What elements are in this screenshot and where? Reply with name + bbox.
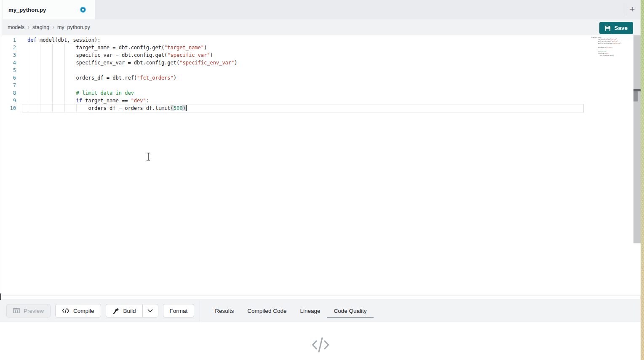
minimap-content: def model(dbt, session): target_name = d… (589, 36, 595, 57)
code-token: # limit data in dev (591, 51, 607, 53)
save-button[interactable]: Save (599, 22, 633, 34)
minimap[interactable]: def model(dbt, session): target_name = d… (589, 36, 630, 95)
code-line[interactable]: 3 specific_var = dbt.config.get("specifi… (0, 51, 641, 59)
tab-my-python-py[interactable]: my_python.py (3, 0, 95, 19)
new-tab-button[interactable]: + (627, 4, 638, 15)
tab-bar-divider (626, 3, 626, 16)
code-icon (62, 308, 69, 313)
scrollbar-thumb[interactable] (633, 91, 638, 101)
code-token: orders_df = dbt.ref( (591, 47, 607, 48)
desktop-background-strip (641, 0, 644, 360)
chevron-right-icon: › (49, 24, 57, 30)
code-token: model(dbt, session): (592, 37, 601, 38)
code-line[interactable]: 5 (0, 67, 641, 74)
pane-resize-handle[interactable] (0, 293, 1, 300)
code-icon (311, 336, 330, 360)
tab-lineage[interactable]: Lineage (293, 299, 327, 323)
code-token: ) (182, 105, 185, 111)
build-options-dropdown[interactable] (143, 304, 158, 317)
line-number: 3 (0, 51, 16, 59)
editor-scrollbar[interactable] (633, 35, 641, 243)
breadcrumb-staging[interactable]: staging (32, 24, 49, 30)
code-token: 500 (174, 105, 183, 111)
code-line[interactable]: orders_df = orders_df.limit(500) (589, 55, 595, 57)
toolbar-divider (200, 300, 200, 321)
code-text: orders_df = dbt.ref("fct_orders") (16, 74, 176, 82)
compile-button[interactable]: Compile (55, 304, 101, 317)
code-line[interactable]: 7 (0, 82, 641, 89)
chevron-down-icon (147, 309, 153, 312)
code-token: "fct_orders" (137, 75, 174, 81)
code-token: target_name == (599, 53, 606, 54)
hammer-icon (112, 307, 120, 315)
code-token: ) (612, 47, 612, 48)
code-line[interactable]: 2 target_name = dbt.config.get("target_n… (0, 44, 641, 51)
editor-tab-bar: my_python.py + (0, 0, 640, 19)
code-token: # limit data in dev (27, 90, 134, 96)
code-lines: 1def model(dbt, session):2 target_name =… (0, 36, 641, 112)
code-token: ) (613, 55, 614, 56)
ide-window: my_python.py + models › staging › my_pyt… (0, 0, 641, 360)
table-grid-icon (13, 308, 20, 314)
breadcrumb-models[interactable]: models (8, 24, 24, 30)
code-token: ) (617, 38, 617, 40)
code-line[interactable]: 1def model(dbt, session): (0, 36, 641, 44)
code-text: orders_df = orders_df.limit(500) (589, 55, 614, 57)
line-number: 5 (0, 67, 16, 74)
text-cursor-pointer (146, 152, 151, 161)
build-button-group: Build (106, 304, 158, 317)
save-floppy-icon (605, 25, 611, 31)
result-panel-tabs: Results Compiled Code Lineage Code Quali… (208, 299, 373, 323)
line-number: 6 (0, 74, 16, 82)
code-token: ) (234, 60, 237, 66)
line-number: 1 (0, 36, 16, 44)
line-number: 2 (0, 44, 16, 51)
code-token: if (76, 98, 82, 104)
preview-button[interactable]: Preview (6, 304, 51, 317)
code-line[interactable]: 9 if target_name == "dev": (0, 97, 641, 104)
code-line[interactable]: 10 orders_df = orders_df.limit(500) (0, 104, 641, 112)
line-number: 9 (0, 97, 16, 104)
code-token: : (146, 98, 149, 104)
bottom-toolbar: Preview Compile (0, 299, 641, 322)
compile-button-label: Compile (73, 308, 94, 314)
code-token: : (608, 53, 609, 54)
code-line[interactable]: 4 specific_env_var = dbt.config.get("spe… (0, 59, 641, 67)
code-text: target_name = dbt.config.get("target_nam… (16, 44, 207, 51)
code-editor[interactable]: 1def model(dbt, session):2 target_name =… (0, 35, 641, 296)
code-token: "specific_env_var" (179, 60, 234, 66)
line-number: 4 (0, 59, 16, 67)
code-line[interactable]: 6 orders_df = dbt.ref("fct_orders") (0, 74, 641, 82)
code-token: specific_var = dbt.config.get( (591, 40, 611, 42)
tab-title: my_python.py (3, 7, 46, 13)
build-button[interactable]: Build (106, 304, 143, 317)
code-token: "specific_var" (611, 40, 617, 42)
code-token: "specific_env_var" (613, 43, 621, 44)
code-line[interactable]: 8 # limit data in dev (0, 89, 641, 97)
code-token: orders_df = orders_df.limit (27, 105, 171, 111)
tab-compiled-code[interactable]: Compiled Code (240, 299, 293, 323)
tab-code-quality[interactable]: Code Quality (327, 299, 373, 323)
code-text: orders_df = dbt.ref("fct_orders") (589, 46, 612, 48)
preview-button-label: Preview (24, 308, 44, 314)
breadcrumb-file[interactable]: my_python.py (57, 24, 90, 30)
code-text: orders_df = orders_df.limit(500) (16, 104, 187, 112)
code-text (16, 67, 27, 74)
tab-results[interactable]: Results (208, 299, 240, 323)
toolbar-buttons: Preview Compile (6, 304, 194, 317)
code-text: # limit data in dev (16, 89, 134, 97)
code-token: "fct_orders" (607, 47, 612, 48)
code-token: specific_env_var = dbt.config.get( (591, 43, 613, 44)
code-token: specific_env_var = dbt.config.get( (27, 60, 179, 66)
format-button[interactable]: Format (163, 304, 195, 317)
code-token: "target_name" (611, 38, 617, 40)
code-token: def (27, 37, 37, 43)
text-caret (186, 105, 187, 111)
code-token: specific_var = dbt.config.get( (27, 52, 167, 58)
code-token: ) (621, 43, 621, 44)
code-text (16, 82, 27, 89)
code-text: specific_env_var = dbt.config.get("speci… (589, 43, 621, 45)
line-number: 10 (0, 104, 16, 112)
code-token: target_name = dbt.config.get( (591, 38, 611, 40)
ide-app: my_python.py + models › staging › my_pyt… (0, 0, 644, 360)
